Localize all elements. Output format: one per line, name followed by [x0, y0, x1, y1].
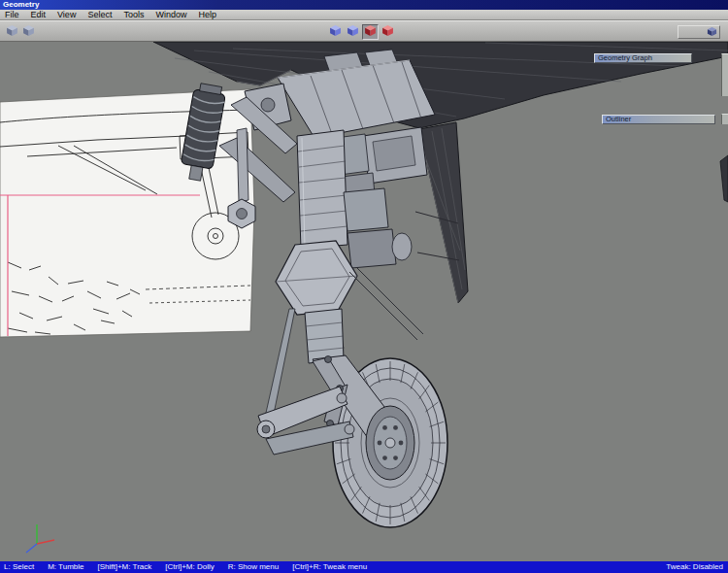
- hint-ctrl-right: [Ctrl]+R: Tweak menu: [292, 561, 367, 573]
- cube-icon: [6, 23, 18, 41]
- outliner-panel-header[interactable]: Outliner: [602, 115, 715, 124]
- hint-left-mouse: L: Select: [4, 561, 34, 573]
- menubar: File Edit View Select Tools Window Help: [0, 10, 728, 20]
- display-mode-blue-1-button[interactable]: [327, 24, 344, 40]
- main-toolbar: [0, 20, 728, 42]
- cube-icon: [381, 23, 394, 41]
- cube-icon: [364, 23, 377, 41]
- cube-icon: [347, 23, 359, 41]
- geometry-graph-panel-title: Geometry Graph: [598, 53, 652, 62]
- menu-select[interactable]: Select: [86, 10, 113, 19]
- panel-edge-strip-bottom[interactable]: [721, 114, 728, 124]
- wheel-hub: [366, 406, 414, 480]
- shaded-cube-tool-2-button[interactable]: [20, 24, 37, 40]
- hint-shift-middle: [Shift]+M: Track: [97, 561, 151, 573]
- panel-edge-strip-top[interactable]: [721, 53, 728, 96]
- cube-icon: [707, 23, 717, 41]
- hint-ctrl-middle: [Ctrl]+M: Dolly: [165, 561, 214, 573]
- display-mode-red-2-button[interactable]: [380, 24, 396, 40]
- tweak-state: Tweak: Disabled: [666, 561, 723, 573]
- window-titlebar[interactable]: Geometry: [0, 0, 728, 10]
- display-mode-red-1-button[interactable]: [362, 24, 379, 40]
- application-window: Geometry File Edit View Select Tools Win…: [0, 0, 728, 573]
- menu-edit[interactable]: Edit: [30, 10, 48, 19]
- menu-help[interactable]: Help: [197, 10, 217, 19]
- hint-middle-mouse: M: Tumble: [48, 561, 83, 573]
- menu-file[interactable]: File: [4, 10, 20, 19]
- shaded-cube-tool-1-button[interactable]: [4, 24, 20, 40]
- menu-view[interactable]: View: [56, 10, 77, 19]
- geometry-graph-panel-header[interactable]: Geometry Graph: [594, 53, 692, 63]
- menu-window[interactable]: Window: [154, 10, 187, 19]
- outliner-panel-title: Outliner: [606, 115, 631, 123]
- cube-icon: [22, 23, 35, 41]
- cube-icon: [329, 23, 342, 41]
- window-title: Geometry: [3, 0, 39, 9]
- menu-tools[interactable]: Tools: [122, 10, 145, 19]
- hint-right-mouse: R: Show menu: [228, 561, 279, 573]
- statusbar: L: Select M: Tumble [Shift]+M: Track [Ct…: [0, 561, 728, 573]
- display-mode-blue-2-button[interactable]: [345, 24, 361, 40]
- viewport-layout-button[interactable]: [678, 25, 720, 39]
